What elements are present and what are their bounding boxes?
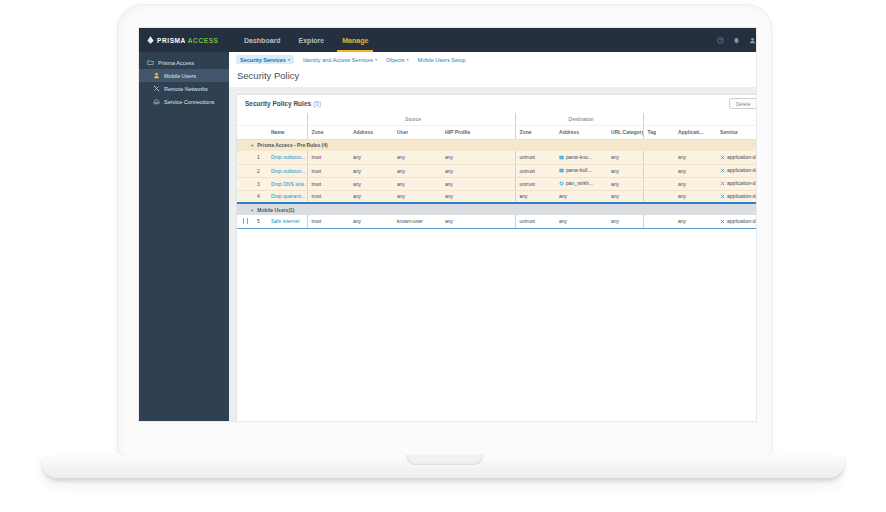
row-handle-cell [237, 215, 250, 228]
rule-name-link[interactable]: Drop outboun... [271, 154, 305, 160]
cell-text: any [678, 168, 686, 174]
table-row[interactable]: 4Drop quaranti...trustanyanyanyanyanyany… [237, 190, 756, 203]
column-header-tag[interactable]: Tag [643, 125, 674, 139]
group-header-source: Source [307, 113, 515, 125]
cell-text: any [445, 181, 453, 187]
drag-handle-icon[interactable] [243, 218, 248, 224]
remote-networks-icon [152, 85, 160, 93]
cell-text: pan_sinkh... [566, 180, 593, 186]
breadcrumb-item-objects[interactable]: Objects▾ [386, 57, 409, 63]
breadcrumb-item-identity-and-access-services[interactable]: Identity and Access Services▾ [303, 57, 377, 63]
cell-text: any [397, 154, 405, 160]
column-group-header-row: Source Destination [237, 113, 756, 125]
column-header-address[interactable]: Address [349, 125, 393, 139]
table-row[interactable]: 5Safe internettrustanyknown-useranyuntru… [237, 215, 756, 228]
cell-text: panw-kno... [566, 154, 592, 160]
table-row[interactable]: 3Drop DNS sink...trustanyanyanyuntrustpa… [237, 177, 756, 190]
breadcrumb-label: Security Services [240, 57, 286, 63]
cell-text: application-default [727, 218, 756, 224]
content-area: Security Policy Rules(5) Delete [229, 87, 756, 421]
cell-zone: trust [307, 190, 349, 203]
cell-tag [643, 215, 674, 228]
help-icon[interactable]: ? [716, 36, 724, 44]
cell-address: any [349, 164, 393, 177]
table-body: ▾Prisma Access - Pre Rules (4)1Drop outb… [237, 139, 756, 228]
cell-application: any [674, 190, 716, 203]
sidebar-item-service-connections[interactable]: Service Connections [139, 95, 229, 108]
column-header-name[interactable]: Name [267, 125, 307, 139]
rule-name-link[interactable]: Drop DNS sink... [271, 181, 307, 187]
cell-text: any [353, 181, 361, 187]
cell-dest-address: pan_sinkh... [555, 177, 607, 190]
delete-button[interactable]: Delete [729, 98, 756, 109]
cell-tag [643, 190, 674, 203]
cell-text: any [559, 218, 567, 224]
sidebar-item-prisma-access[interactable]: Prisma Access [139, 56, 229, 69]
cell-name: Safe internet [267, 215, 307, 228]
cell-text: any [353, 154, 361, 160]
rule-name-link[interactable]: Safe internet [271, 218, 299, 224]
column-header-hip-profile[interactable]: HIP Profile [441, 125, 515, 139]
cell-user: any [393, 151, 441, 164]
column-header-dest-zone[interactable]: Zone [515, 125, 555, 139]
security-policy-rules-table: Source Destination Name Zone Address [237, 113, 756, 229]
cell-url-category: any [607, 190, 643, 203]
rule-name-link[interactable]: Drop quaranti... [271, 193, 305, 199]
app-body: Prisma AccessMobile UsersRemote Networks… [139, 52, 756, 421]
cell-application: any [674, 215, 716, 228]
notifications-icon[interactable] [732, 36, 740, 44]
address-object-icon [559, 155, 564, 161]
user-icon[interactable] [748, 36, 756, 44]
sidebar-item-mobile-users[interactable]: Mobile Users [139, 69, 229, 82]
row-number-cell: 2 [250, 164, 267, 177]
column-header-dest-address[interactable]: Address [555, 125, 607, 139]
tab-manage[interactable]: Manage [333, 28, 377, 52]
cell-text: any [611, 168, 619, 174]
breadcrumb-label: Mobile Users Setup [418, 57, 466, 63]
column-header-application[interactable]: Applicati... [674, 125, 716, 139]
security-policy-rules-card: Security Policy Rules(5) Delete [236, 94, 756, 421]
table-row[interactable]: 2Drop outboun...trustanyanyanyuntrustpan… [237, 164, 756, 177]
rule-group-label: Prisma Access - Pre Rules (4) [257, 142, 327, 148]
page: PRISMA ACCESS DashboardExploreManage ? P… [0, 0, 886, 512]
cell-name: Drop quaranti... [267, 190, 307, 203]
rule-name-link[interactable]: Drop outboun... [271, 168, 305, 174]
cell-dest-address: any [555, 215, 607, 228]
mobile-users-icon [152, 72, 160, 80]
application-default-icon [720, 155, 725, 161]
cell-user: any [393, 190, 441, 203]
rule-group-row[interactable]: ▾Mobile Users(1) [237, 203, 756, 215]
prisma-logo-icon [147, 36, 154, 44]
column-header-zone[interactable]: Zone [307, 125, 349, 139]
sidebar-item-remote-networks[interactable]: Remote Networks [139, 82, 229, 95]
cell-text: any [678, 154, 686, 160]
breadcrumb-item-security-services[interactable]: Security Services▾ [236, 55, 294, 64]
cell-text: untrust [520, 154, 535, 160]
row-number-cell: 4 [250, 190, 267, 203]
cell-user: known-user [393, 215, 441, 228]
tab-dashboard[interactable]: Dashboard [235, 28, 290, 52]
column-header-handle [237, 125, 250, 139]
application-default-icon [720, 181, 725, 187]
cell-text: any [611, 218, 619, 224]
application-default-icon [720, 219, 725, 225]
cell-application: any [674, 151, 716, 164]
column-header-row: Name Zone Address User HIP Profile Zone … [237, 125, 756, 139]
cell-text: untrust [520, 218, 535, 224]
card-header: Security Policy Rules(5) Delete [237, 95, 756, 113]
cell-address: any [349, 151, 393, 164]
column-header-user[interactable]: User [393, 125, 441, 139]
app-screen: PRISMA ACCESS DashboardExploreManage ? P… [139, 28, 756, 421]
cell-dest-address: any [555, 190, 607, 203]
row-handle-cell [237, 177, 250, 190]
column-header-service[interactable]: Service [716, 125, 756, 139]
rule-group-row[interactable]: ▾Prisma Access - Pre Rules (4) [237, 139, 756, 151]
column-header-number [250, 125, 267, 139]
breadcrumb-item-mobile-users-setup[interactable]: Mobile Users Setup [418, 57, 466, 63]
column-header-url-category[interactable]: URL Category [607, 125, 643, 139]
topbar-tabs: DashboardExploreManage [235, 28, 377, 52]
cell-dest-address: panw-kno... [555, 151, 607, 164]
group-header-blank [237, 113, 307, 125]
table-row[interactable]: 1Drop outboun...trustanyanyanyuntrustpan… [237, 151, 756, 164]
tab-explore[interactable]: Explore [290, 28, 334, 52]
